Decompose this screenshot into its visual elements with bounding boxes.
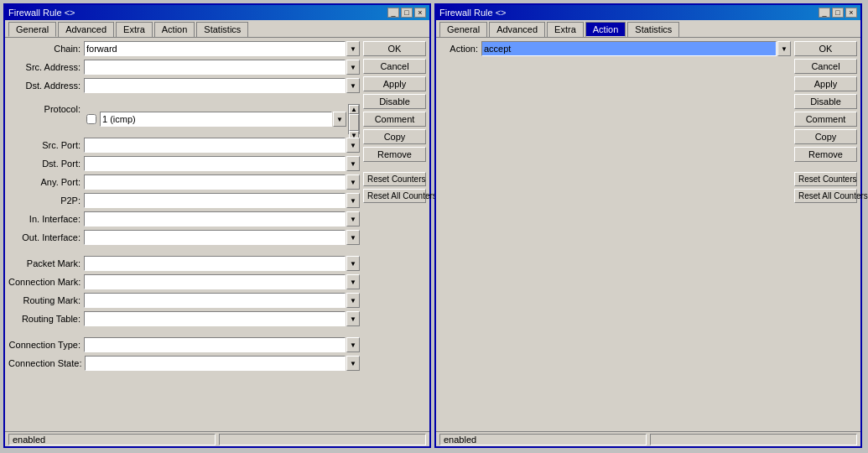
routing-table-input[interactable] [84, 311, 346, 326]
dst-address-input[interactable] [84, 78, 346, 93]
dst-address-dropdown[interactable]: ▼ [346, 78, 360, 93]
connection-mark-dropdown[interactable]: ▼ [346, 274, 360, 289]
p2p-dropdown[interactable]: ▼ [346, 193, 360, 208]
connection-state-dropdown[interactable]: ▼ [346, 356, 360, 371]
dst-port-input[interactable] [84, 156, 346, 171]
p2p-input[interactable] [84, 193, 346, 208]
routing-mark-dropdown[interactable]: ▼ [346, 293, 360, 308]
reset-all-counters-button-2[interactable]: Reset All Counters [794, 189, 857, 203]
connection-mark-input[interactable] [84, 274, 346, 289]
chain-row: Chain: ▼ [8, 41, 360, 56]
disable-button-2[interactable]: Disable [794, 94, 857, 109]
out-interface-dropdown[interactable]: ▼ [346, 230, 360, 245]
minimize-btn-1[interactable]: _ [387, 8, 399, 18]
tab-general-1[interactable]: General [8, 22, 56, 37]
main-content-2: Action: ▼ [439, 41, 791, 428]
maximize-btn-1[interactable]: □ [401, 8, 413, 18]
ok-button-2[interactable]: OK [794, 41, 857, 56]
scroll-up-btn[interactable]: ▲ [349, 105, 359, 114]
tab-statistics-1[interactable]: Statistics [196, 22, 248, 37]
out-interface-wrap: ▼ [84, 230, 360, 245]
tab-advanced-1[interactable]: Advanced [58, 22, 114, 37]
connection-type-dropdown[interactable]: ▼ [346, 337, 360, 352]
connection-state-label: Connection State: [8, 358, 85, 368]
src-address-wrap: ▼ [84, 60, 360, 75]
tab-general-2[interactable]: General [439, 22, 487, 37]
src-port-input[interactable] [84, 138, 346, 153]
any-port-dropdown[interactable]: ▼ [346, 174, 360, 190]
connection-mark-row: Connection Mark: ▼ [8, 274, 360, 289]
comment-button-2[interactable]: Comment [794, 112, 857, 127]
dst-address-row: Dst. Address: ▼ [8, 78, 360, 93]
chain-dropdown[interactable]: ▼ [346, 41, 360, 56]
tab-advanced-2[interactable]: Advanced [489, 22, 545, 37]
ok-button-1[interactable]: OK [363, 41, 426, 56]
chain-input[interactable] [84, 41, 346, 56]
routing-table-row: Routing Table: ▼ [8, 311, 360, 326]
cancel-button-2[interactable]: Cancel [794, 59, 857, 74]
routing-table-label: Routing Table: [8, 314, 84, 324]
tab-action-2[interactable]: Action [585, 22, 626, 37]
comment-button-1[interactable]: Comment [363, 112, 426, 127]
connection-type-input[interactable] [84, 337, 346, 352]
src-port-dropdown[interactable]: ▼ [346, 138, 360, 153]
packet-mark-input[interactable] [84, 256, 346, 271]
title-bar-buttons-1: _ □ × [387, 8, 426, 18]
chain-input-wrap: ▼ [84, 41, 360, 56]
in-interface-dropdown[interactable]: ▼ [346, 211, 360, 226]
tab-statistics-2[interactable]: Statistics [627, 22, 679, 37]
any-port-input[interactable] [84, 174, 346, 190]
any-port-row: Any. Port: ▼ [8, 174, 360, 190]
tab-extra-2[interactable]: Extra [547, 22, 584, 37]
packet-mark-dropdown[interactable]: ▼ [346, 256, 360, 271]
close-btn-1[interactable]: × [414, 8, 426, 18]
out-interface-row: Out. Interface: ▼ [8, 230, 360, 245]
title-2: Firewall Rule <> [439, 8, 506, 18]
minimize-btn-2[interactable]: _ [819, 8, 830, 18]
apply-button-2[interactable]: Apply [794, 76, 857, 91]
copy-button-1[interactable]: Copy [363, 129, 426, 144]
connection-mark-wrap: ▼ [84, 274, 360, 289]
remove-button-2[interactable]: Remove [794, 147, 857, 162]
scroll-thumb[interactable] [349, 114, 359, 131]
routing-table-dropdown[interactable]: ▼ [346, 311, 360, 326]
routing-mark-label: Routing Mark: [8, 295, 84, 305]
copy-button-2[interactable]: Copy [794, 129, 857, 144]
protocol-scrollbar[interactable]: ▲ ▼ [348, 104, 360, 134]
routing-mark-wrap: ▼ [84, 293, 360, 308]
protocol-dropdown[interactable]: ▼ [333, 112, 346, 127]
tab-action-1[interactable]: Action [154, 22, 195, 37]
src-address-dropdown[interactable]: ▼ [346, 60, 360, 75]
src-address-input[interactable] [84, 60, 346, 75]
reset-counters-button-1[interactable]: Reset Counters [363, 172, 426, 186]
close-btn-2[interactable]: × [845, 8, 857, 18]
tab-extra-1[interactable]: Extra [116, 22, 153, 37]
connection-mark-label: Connection Mark: [8, 277, 84, 287]
apply-button-1[interactable]: Apply [363, 76, 426, 91]
action-dropdown[interactable]: ▼ [777, 41, 791, 56]
action-input[interactable] [481, 41, 777, 56]
src-address-row: Src. Address: ▼ [8, 60, 360, 75]
protocol-input[interactable] [100, 112, 332, 127]
reset-all-counters-button-1[interactable]: Reset All Counters [363, 189, 426, 203]
protocol-label: Protocol: [8, 104, 84, 114]
cancel-button-1[interactable]: Cancel [363, 59, 426, 74]
connection-state-input[interactable] [85, 356, 346, 371]
status-bar-1: enabled [5, 431, 429, 446]
remove-button-1[interactable]: Remove [363, 147, 426, 162]
maximize-btn-2[interactable]: □ [832, 8, 844, 18]
routing-mark-input[interactable] [84, 293, 346, 308]
out-interface-input[interactable] [84, 230, 346, 245]
routing-mark-row: Routing Mark: ▼ [8, 293, 360, 308]
title-1: Firewall Rule <> [8, 8, 75, 18]
in-interface-input[interactable] [84, 211, 346, 226]
any-port-wrap: ▼ [84, 174, 360, 190]
title-bar-buttons-2: _ □ × [819, 8, 857, 18]
disable-button-1[interactable]: Disable [363, 94, 426, 109]
reset-counters-button-2[interactable]: Reset Counters [794, 172, 857, 186]
scroll-track [349, 114, 359, 131]
protocol-checkbox[interactable] [86, 114, 96, 124]
src-port-row: Src. Port: ▼ [8, 138, 360, 153]
dst-port-dropdown[interactable]: ▼ [346, 156, 360, 171]
dst-address-wrap: ▼ [84, 78, 360, 93]
